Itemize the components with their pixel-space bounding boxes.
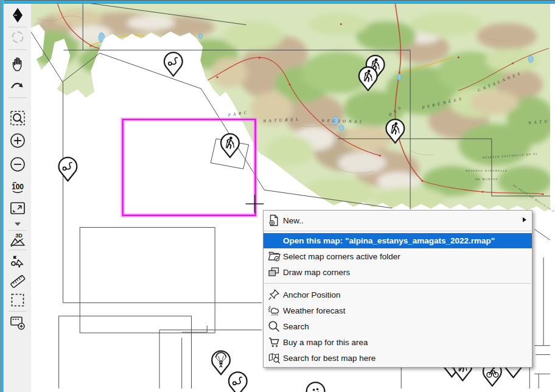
menu-item-label: Anchor Position: [283, 290, 341, 299]
map-pin-parachute[interactable]: [212, 351, 230, 375]
toolbar-separator: [9, 250, 27, 250]
toolbar-select-objects-button[interactable]: [5, 252, 30, 271]
menu-item-label: Select map corners active folder: [283, 252, 400, 261]
map-pin-dots[interactable]: [307, 382, 325, 392]
crosshair-cursor: [246, 195, 264, 213]
map-search-icon: [266, 352, 282, 364]
submenu-arrow-icon: [523, 217, 526, 222]
menu-item-label: New..: [283, 216, 304, 225]
menu-item-label: Buy a map for this area: [283, 338, 368, 347]
toolbar-separator: [9, 230, 27, 231]
toolbar-separator: [9, 311, 27, 312]
fit-view-icon: [10, 201, 26, 215]
menu-item-buy-a-map-for-this-area[interactable]: Buy a map for this area: [264, 334, 532, 350]
menu-item-label: Open this map: "alpina_estanys_amagats_2…: [283, 236, 495, 245]
toolbar-zoom-out-button[interactable]: [5, 155, 30, 174]
menu-item-weather-forecast[interactable]: Weather forecast: [264, 303, 532, 318]
menu-separator: [264, 231, 531, 231]
window-accent-border-top: [0, 0, 555, 4]
zoom-select-icon: [10, 110, 26, 126]
toolbar-select-area-button[interactable]: [5, 290, 30, 310]
map-application-window: 1003D P A R CN A T U R E LR E G I O N A …: [0, 0, 555, 392]
window-plus-icon: [10, 315, 26, 331]
menu-item-label: Search for best map here: [283, 354, 375, 363]
toolbar-pan-tool-button[interactable]: [5, 54, 30, 74]
toolbar-previous-view-button[interactable]: [5, 75, 30, 95]
svg-text:3D: 3D: [15, 233, 23, 239]
map-pin-route[interactable]: [59, 158, 77, 181]
menu-item-search[interactable]: Search: [264, 318, 532, 334]
menu-item-label: Weather forecast: [283, 306, 346, 315]
toolbar-separator: [9, 97, 27, 98]
select-pointer-icon: [10, 254, 26, 270]
toolbar-view-3d-button[interactable]: 3D: [5, 230, 30, 250]
toolbar-zoom-window-button[interactable]: [5, 108, 30, 128]
chevron-down-icon: [13, 222, 22, 226]
map-pin-hiker[interactable]: [221, 134, 239, 158]
zoom-100-icon: 100: [9, 180, 26, 195]
toolbar-separator: [9, 27, 27, 27]
toolbar-new-window-button[interactable]: [5, 313, 30, 332]
hand-icon: [10, 56, 25, 72]
toolbar-measure-tool-button[interactable]: [5, 271, 30, 291]
toolbar-zoom-in-button[interactable]: [5, 131, 30, 150]
zoom-in-icon: [10, 133, 26, 149]
map-pin-route[interactable]: [229, 372, 247, 392]
weather-cloud-icon: [266, 304, 282, 317]
cart-icon: [266, 336, 282, 348]
menu-item-draw-map-corners[interactable]: Draw map corners: [264, 264, 532, 280]
undo-arrow-icon: [10, 80, 25, 91]
left-toolbar: 1003D: [4, 4, 31, 392]
zoom-out-icon: [10, 156, 26, 172]
pointer-diamond-icon: [10, 7, 25, 23]
draw-corners-icon: [266, 266, 282, 278]
toolbar-pointer-tool-button[interactable]: [5, 5, 30, 25]
map-pin-route[interactable]: [164, 52, 183, 76]
menu-item-select-map-corners-active-fo[interactable]: Select map corners active folder: [264, 248, 532, 264]
toolbar-zoom-100-button[interactable]: 100: [5, 178, 30, 197]
anchor-pin-icon: [266, 289, 282, 301]
toolbar-gps-position-button[interactable]: [5, 27, 30, 47]
menu-item-label: Draw map corners: [283, 268, 350, 277]
menu-item-open-this-map-alpina-estanys[interactable]: Open this map: "alpina_estanys_amagats_2…: [264, 233, 532, 248]
map-context-menu: New..Open this map: "alpina_estanys_amag…: [263, 210, 532, 368]
search-icon: [266, 320, 282, 332]
map-place-label: DE MANTET: [475, 178, 498, 181]
menu-separator: [264, 283, 531, 284]
toolbar-separator: [9, 49, 27, 50]
menu-item-anchor-position[interactable]: Anchor Position: [264, 287, 532, 303]
folder-check-icon: [266, 250, 282, 262]
map-place-label: RÉSERVE NATURELLE: [465, 169, 508, 172]
menu-item-new-[interactable]: New..: [264, 212, 532, 229]
window-accent-border-left: [0, 0, 4, 392]
ruler-icon: [10, 273, 26, 289]
3d-mountain-icon: 3D: [10, 232, 26, 248]
marquee-icon: [10, 293, 25, 307]
svg-text:100: 100: [12, 183, 24, 191]
menu-item-search-for-best-map-here[interactable]: Search for best map here: [264, 350, 532, 366]
new-document-icon: [266, 214, 282, 226]
gps-circle-icon: [10, 30, 25, 44]
menu-item-label: Search: [283, 322, 309, 331]
